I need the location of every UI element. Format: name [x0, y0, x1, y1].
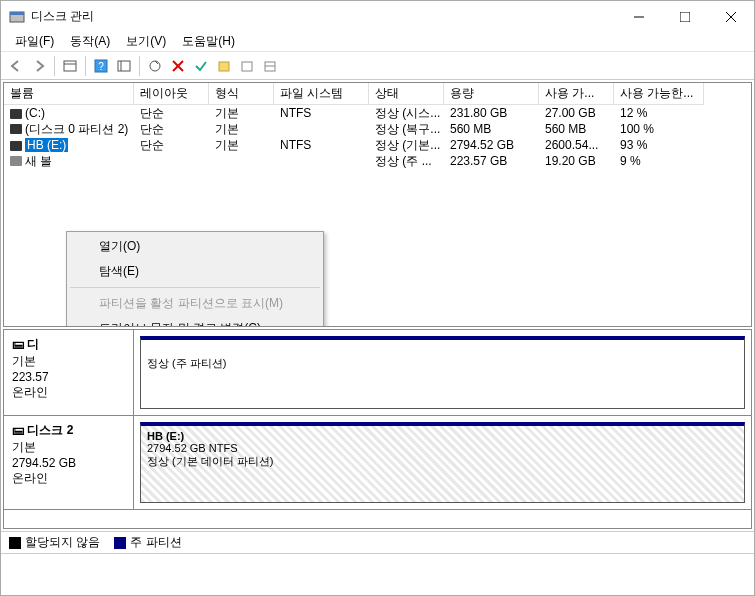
table-row[interactable]: (C:) 단순기본NTFS정상 (시스...231.80 GB27.00 GB1… — [4, 105, 751, 121]
svg-rect-3 — [680, 12, 690, 22]
volume-rows: (C:) 단순기본NTFS정상 (시스...231.80 GB27.00 GB1… — [4, 105, 751, 169]
title-bar: 디스크 관리 — [1, 1, 754, 32]
col-layout[interactable]: 레이아웃 — [134, 83, 209, 105]
check-icon[interactable] — [190, 55, 212, 77]
volume-icon — [10, 156, 22, 166]
svg-point-12 — [150, 61, 160, 71]
svg-rect-1 — [10, 12, 24, 15]
close-button[interactable] — [708, 1, 754, 32]
menu-bar: 파일(F) 동작(A) 보기(V) 도움말(H) — [1, 32, 754, 52]
context-menu: 열기(O) 탐색(E) 파티션을 활성 파티션으로 표시(M) 드라이브 문자 … — [66, 231, 324, 327]
col-status[interactable]: 상태 — [369, 83, 444, 105]
partition[interactable]: HB (E:) 2794.52 GB NTFS 정상 (기본 데이터 파티션) — [140, 422, 745, 503]
ctx-mark-active: 파티션을 활성 파티션으로 표시(M) — [69, 291, 321, 316]
svg-rect-6 — [64, 61, 76, 71]
table-row[interactable]: 새 볼 정상 (주 ...223.57 GB19.20 GB9 % — [4, 153, 751, 169]
legend: 할당되지 않음 주 파티션 — [1, 531, 754, 553]
status-bar — [1, 553, 754, 573]
app-icon — [9, 9, 25, 25]
partition[interactable]: 정상 (주 파티션) — [140, 336, 745, 409]
ctx-explore[interactable]: 탐색(E) — [69, 259, 321, 284]
maximize-button[interactable] — [662, 1, 708, 32]
action2-icon[interactable] — [236, 55, 258, 77]
back-button[interactable] — [5, 55, 27, 77]
disk-map[interactable]: 🖴 디 기본 223.57 온라인 정상 (주 파티션) 🖴 디스크 2 기본 … — [3, 329, 752, 529]
svg-text:?: ? — [98, 61, 104, 72]
toolbar: ? — [1, 52, 754, 80]
table-row[interactable]: (디스크 0 파티션 2) 단순기본정상 (복구...560 MB560 MB1… — [4, 121, 751, 137]
disk-label: 🖴 디스크 2 기본 2794.52 GB 온라인 — [4, 416, 134, 509]
disk-row: 🖴 디 기본 223.57 온라인 정상 (주 파티션) — [4, 330, 751, 416]
panel-icon[interactable] — [59, 55, 81, 77]
disk-icon: 🖴 — [12, 423, 24, 437]
svg-rect-16 — [242, 62, 252, 71]
minimize-button[interactable] — [616, 1, 662, 32]
volume-icon — [10, 109, 22, 119]
disk-icon: 🖴 — [12, 337, 24, 351]
column-headers: 볼륨 레이아웃 형식 파일 시스템 상태 용량 사용 가... 사용 가능한..… — [4, 83, 751, 105]
table-row[interactable]: HB (E:) 단순기본NTFS정상 (기본...2794.52 GB2600.… — [4, 137, 751, 153]
menu-view[interactable]: 보기(V) — [118, 32, 174, 51]
disk-row: 🖴 디스크 2 기본 2794.52 GB 온라인 HB (E:) 2794.5… — [4, 416, 751, 510]
volume-list[interactable]: 볼륨 레이아웃 형식 파일 시스템 상태 용량 사용 가... 사용 가능한..… — [3, 82, 752, 327]
col-volume[interactable]: 볼륨 — [4, 83, 134, 105]
svg-rect-10 — [118, 61, 130, 71]
menu-help[interactable]: 도움말(H) — [174, 32, 243, 51]
col-capacity[interactable]: 용량 — [444, 83, 539, 105]
svg-rect-15 — [219, 62, 229, 71]
ctx-open[interactable]: 열기(O) — [69, 234, 321, 259]
legend-unallocated-swatch — [9, 537, 21, 549]
legend-primary-swatch — [114, 537, 126, 549]
volume-icon — [10, 141, 22, 151]
menu-action[interactable]: 동작(A) — [62, 32, 118, 51]
action3-icon[interactable] — [259, 55, 281, 77]
col-fs[interactable]: 파일 시스템 — [274, 83, 369, 105]
col-pct[interactable]: 사용 가능한... — [614, 83, 704, 105]
disk-label: 🖴 디 기본 223.57 온라인 — [4, 330, 134, 415]
window-title: 디스크 관리 — [31, 8, 616, 25]
volume-icon — [10, 124, 22, 134]
refresh-icon[interactable] — [144, 55, 166, 77]
col-type[interactable]: 형식 — [209, 83, 274, 105]
settings-icon[interactable] — [113, 55, 135, 77]
ctx-change-letter[interactable]: 드라이브 문자 및 경로 변경(C)... — [69, 316, 321, 327]
forward-button[interactable] — [28, 55, 50, 77]
action1-icon[interactable] — [213, 55, 235, 77]
delete-icon[interactable] — [167, 55, 189, 77]
help-icon[interactable]: ? — [90, 55, 112, 77]
col-free[interactable]: 사용 가... — [539, 83, 614, 105]
menu-file[interactable]: 파일(F) — [7, 32, 62, 51]
